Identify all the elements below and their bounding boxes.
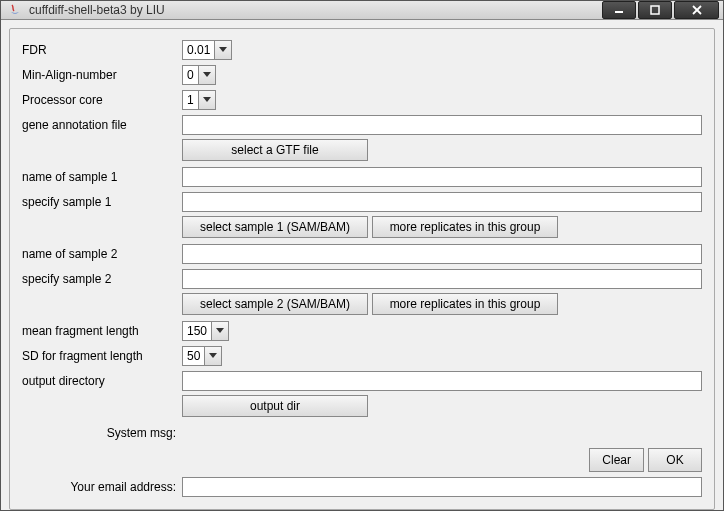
sd-frag-label: SD for fragment length bbox=[22, 349, 182, 363]
window-controls bbox=[600, 1, 719, 19]
close-button[interactable] bbox=[674, 1, 719, 19]
dropdown-icon[interactable] bbox=[214, 40, 232, 60]
svg-marker-7 bbox=[216, 328, 224, 333]
svg-rect-1 bbox=[651, 6, 659, 14]
dropdown-icon[interactable] bbox=[198, 90, 216, 110]
processor-label: Processor core bbox=[22, 93, 182, 107]
window-title: cuffdiff-shell-beta3 by LIU bbox=[29, 3, 600, 17]
output-dir-button[interactable]: output dir bbox=[182, 395, 368, 417]
more-replicates2-button[interactable]: more replicates in this group bbox=[372, 293, 558, 315]
gtf-input[interactable] bbox=[182, 115, 702, 135]
maximize-button[interactable] bbox=[638, 1, 672, 19]
sample1-spec-input[interactable] bbox=[182, 192, 702, 212]
minimize-button[interactable] bbox=[602, 1, 636, 19]
dropdown-icon[interactable] bbox=[204, 346, 222, 366]
svg-marker-4 bbox=[219, 47, 227, 52]
dropdown-icon[interactable] bbox=[198, 65, 216, 85]
clear-button[interactable]: Clear bbox=[589, 448, 644, 472]
form-panel: FDR 0.01 Min-Align-number 0 Processor co… bbox=[9, 28, 715, 510]
sample2-name-input[interactable] bbox=[182, 244, 702, 264]
email-input[interactable] bbox=[182, 477, 702, 497]
fdr-label: FDR bbox=[22, 43, 182, 57]
more-replicates1-button[interactable]: more replicates in this group bbox=[372, 216, 558, 238]
sample2-name-label: name of sample 2 bbox=[22, 247, 182, 261]
system-msg-label: System msg: bbox=[22, 426, 182, 440]
sample2-spec-label: specify sample 2 bbox=[22, 272, 182, 286]
output-dir-label: output directory bbox=[22, 374, 182, 388]
email-label: Your email address: bbox=[22, 480, 182, 494]
output-dir-input[interactable] bbox=[182, 371, 702, 391]
ok-button[interactable]: OK bbox=[648, 448, 702, 472]
min-align-combo[interactable]: 0 bbox=[182, 65, 216, 85]
titlebar[interactable]: cuffdiff-shell-beta3 by LIU bbox=[1, 1, 723, 20]
application-window: cuffdiff-shell-beta3 by LIU FDR 0.01 Min… bbox=[0, 0, 724, 511]
svg-marker-6 bbox=[203, 97, 211, 102]
svg-marker-8 bbox=[209, 353, 217, 358]
processor-combo[interactable]: 1 bbox=[182, 90, 216, 110]
sd-frag-combo[interactable]: 50 bbox=[182, 346, 222, 366]
svg-marker-5 bbox=[203, 72, 211, 77]
fdr-value: 0.01 bbox=[182, 40, 214, 60]
sample1-name-input[interactable] bbox=[182, 167, 702, 187]
content-area: FDR 0.01 Min-Align-number 0 Processor co… bbox=[1, 20, 723, 511]
mean-frag-label: mean fragment length bbox=[22, 324, 182, 338]
sd-frag-value: 50 bbox=[182, 346, 204, 366]
select-sample2-button[interactable]: select sample 2 (SAM/BAM) bbox=[182, 293, 368, 315]
fdr-combo[interactable]: 0.01 bbox=[182, 40, 232, 60]
processor-value: 1 bbox=[182, 90, 198, 110]
gtf-label: gene annotation file bbox=[22, 118, 182, 132]
java-icon bbox=[7, 2, 23, 18]
select-sample1-button[interactable]: select sample 1 (SAM/BAM) bbox=[182, 216, 368, 238]
sample1-name-label: name of sample 1 bbox=[22, 170, 182, 184]
min-align-label: Min-Align-number bbox=[22, 68, 182, 82]
mean-frag-value: 150 bbox=[182, 321, 211, 341]
min-align-value: 0 bbox=[182, 65, 198, 85]
sample2-spec-input[interactable] bbox=[182, 269, 702, 289]
select-gtf-button[interactable]: select a GTF file bbox=[182, 139, 368, 161]
sample1-spec-label: specify sample 1 bbox=[22, 195, 182, 209]
mean-frag-combo[interactable]: 150 bbox=[182, 321, 229, 341]
dropdown-icon[interactable] bbox=[211, 321, 229, 341]
